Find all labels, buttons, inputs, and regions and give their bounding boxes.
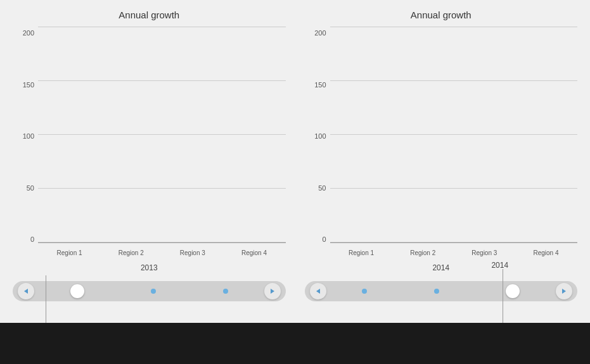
- chart2-body: Region 1Region 2Region 3Region 4: [330, 27, 578, 262]
- chart1-yaxis-label: 0: [30, 235, 34, 243]
- slider-dot[interactable]: [151, 289, 156, 294]
- chart2-container: Annual growth 200150100500 Region 1Regio…: [305, 6, 578, 272]
- chart1-container: Annual growth 200150100500 Region 1Regio…: [13, 6, 286, 272]
- chart2-title: Annual growth: [411, 9, 471, 20]
- x-label: Region 1: [44, 249, 94, 256]
- slider-dot[interactable]: [506, 284, 520, 298]
- charts-area: Annual growth 200150100500 Region 1Regio…: [0, 0, 590, 272]
- chart1-inner: 200150100500 Region 1Region 2Region 3Reg…: [13, 27, 286, 262]
- x-label: Region 3: [167, 249, 217, 256]
- x-label: Region 2: [106, 249, 156, 256]
- chart1-next-button[interactable]: [264, 283, 281, 299]
- chart2-annotation-line: [503, 269, 503, 323]
- chart1-yaxis-label: 100: [23, 132, 34, 140]
- chart2-yaxis-label: 150: [314, 81, 326, 89]
- x-label: Region 4: [521, 249, 571, 256]
- annotation-area: 2014: [0, 310, 590, 323]
- chart2-y-axis: 200150100500: [305, 27, 330, 262]
- chart1-slider-track: [13, 281, 286, 301]
- x-label: Region 2: [398, 249, 448, 256]
- black-background: [0, 323, 590, 364]
- slider-dot[interactable]: [223, 289, 228, 294]
- svg-marker-1: [271, 289, 274, 294]
- chart2-slider-dots: [326, 284, 556, 298]
- slider-dot[interactable]: [434, 289, 439, 294]
- x-label: Region 3: [459, 249, 510, 256]
- sliders-area: [0, 272, 590, 310]
- chart2-yaxis-label: 200: [314, 29, 326, 37]
- chart2-slider-track: [305, 281, 578, 301]
- chart1-yaxis-label: 150: [23, 81, 34, 89]
- chart2-inner: 200150100500 Region 1Region 2Region 3Reg…: [305, 27, 578, 262]
- slider-dot[interactable]: [70, 284, 84, 298]
- chart1-prev-button[interactable]: [18, 283, 34, 299]
- chart2-next-button[interactable]: [556, 283, 572, 299]
- chart1-bars-wrapper: [38, 27, 286, 242]
- chart2-prev-button[interactable]: [310, 283, 326, 299]
- chart1-year: 2013: [141, 263, 158, 272]
- chart2-annotation: 2014: [305, 310, 578, 323]
- chart2-x-labels: Region 1Region 2Region 3Region 4: [330, 243, 578, 262]
- chart1-slider-container: [13, 281, 286, 301]
- x-label: Region 1: [337, 249, 387, 256]
- chart1-y-axis: 200150100500: [13, 27, 38, 262]
- chart2-yaxis-label: 0: [322, 235, 326, 243]
- svg-marker-2: [316, 289, 320, 294]
- chart2-year: 2014: [432, 263, 449, 272]
- chart2-slider-container: [305, 281, 578, 301]
- chart1-annotation: [13, 310, 286, 323]
- slider-dot[interactable]: [362, 289, 367, 294]
- chart1-body: Region 1Region 2Region 3Region 4: [38, 27, 286, 262]
- chart2-yaxis-label: 100: [314, 132, 326, 140]
- chart1-annotation-line: [46, 275, 46, 323]
- chart2-bars-wrapper: [330, 27, 578, 242]
- chart2-bars-area: [330, 27, 578, 242]
- x-label: Region 4: [229, 249, 279, 256]
- chart1-yaxis-label: 200: [23, 29, 34, 37]
- svg-marker-3: [562, 289, 566, 294]
- chart1-x-labels: Region 1Region 2Region 3Region 4: [38, 243, 286, 262]
- chart1-title: Annual growth: [119, 9, 179, 20]
- chart1-yaxis-label: 50: [27, 184, 34, 192]
- svg-marker-0: [24, 289, 28, 294]
- chart1-slider-dots: [34, 284, 264, 298]
- chart2-annotation-text: 2014: [491, 261, 508, 270]
- chart2-yaxis-label: 50: [318, 184, 326, 192]
- chart1-bars-area: [38, 27, 286, 242]
